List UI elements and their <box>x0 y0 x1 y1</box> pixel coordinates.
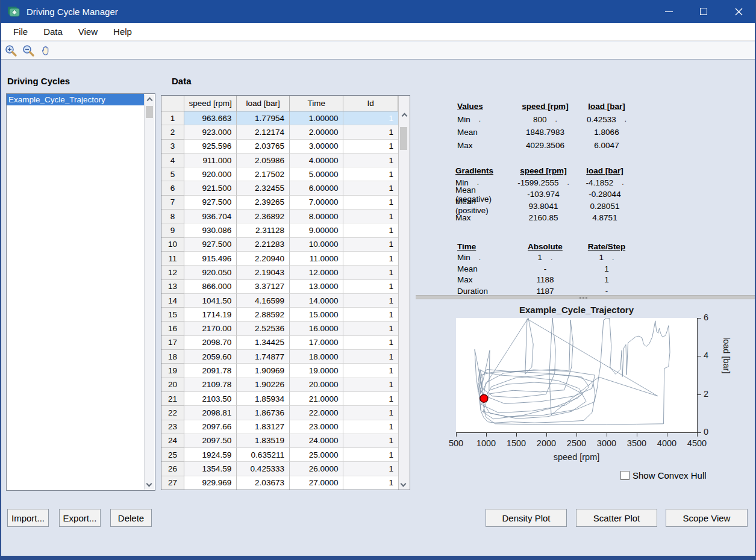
table-cell[interactable]: 963.663 <box>184 111 237 125</box>
table-cell[interactable]: 3.00000 <box>290 140 344 154</box>
table-cell[interactable]: 925.596 <box>184 140 237 154</box>
table-cell[interactable]: 1 <box>343 167 398 181</box>
table-row[interactable]: 192091.781.9096919.00001 <box>161 364 398 378</box>
column-header[interactable]: Id <box>343 96 398 111</box>
table-cell[interactable]: 15.0000 <box>290 308 344 322</box>
table-row[interactable]: 3925.5962.037653.000001 <box>161 140 398 154</box>
data-table[interactable]: speed [rpm]load [bar]TimeId1963.6631.779… <box>161 95 410 490</box>
table-cell[interactable]: 16.0000 <box>290 322 344 335</box>
table-cell[interactable]: 1 <box>343 252 398 266</box>
table-cell[interactable]: 1 <box>343 462 398 476</box>
table-row[interactable]: 151714.192.8859215.00001 <box>161 308 398 322</box>
table-row[interactable]: 12920.0502.1904312.00001 <box>161 266 398 279</box>
table-cell[interactable]: 2.32455 <box>237 181 290 195</box>
table-cell[interactable]: 18.0000 <box>290 350 344 364</box>
table-cell[interactable]: 25.0000 <box>290 448 344 462</box>
table-row[interactable]: 8936.7042.368928.000001 <box>161 210 398 223</box>
table-cell[interactable]: 1 <box>343 140 398 154</box>
table-cell[interactable]: 1.77954 <box>237 111 290 125</box>
table-cell[interactable]: 0.425333 <box>237 462 290 476</box>
zoom-in-icon[interactable] <box>3 43 19 58</box>
table-cell[interactable]: 20.0000 <box>290 378 344 392</box>
table-cell[interactable]: 1.34425 <box>237 336 290 350</box>
table-cell[interactable]: 1 <box>343 434 398 448</box>
table-cell[interactable]: 23.0000 <box>290 420 344 434</box>
table-cell[interactable]: 2.88592 <box>237 308 290 322</box>
scroll-up-icon[interactable] <box>401 113 407 119</box>
scroll-down-icon[interactable] <box>401 481 407 487</box>
table-cell[interactable]: 2170.00 <box>184 322 237 335</box>
scrollbar-thumb[interactable] <box>146 106 153 118</box>
table-cell[interactable]: 2091.78 <box>184 364 237 378</box>
table-cell[interactable]: 13.0000 <box>290 280 344 294</box>
table-row[interactable]: 162170.002.5253616.00001 <box>161 322 398 335</box>
table-cell[interactable]: 1 <box>343 125 398 139</box>
table-cell[interactable]: 2.12174 <box>237 125 290 139</box>
trajectory-plot[interactable] <box>456 318 697 432</box>
listbox-scrollbar[interactable] <box>144 95 154 490</box>
table-cell[interactable]: 14.0000 <box>290 294 344 308</box>
table-cell[interactable]: 1 <box>343 476 398 490</box>
table-cell[interactable]: 27.0000 <box>290 476 344 490</box>
table-cell[interactable]: 1.00000 <box>290 111 344 125</box>
horizontal-splitter[interactable] <box>416 295 755 299</box>
table-cell[interactable]: 1 <box>343 364 398 378</box>
delete-button[interactable]: Delete <box>110 509 152 527</box>
table-cell[interactable]: 1.83127 <box>237 420 290 434</box>
import-button[interactable]: Import... <box>7 509 49 527</box>
table-cell[interactable]: 927.500 <box>184 196 237 210</box>
table-cell[interactable]: 1 <box>343 196 398 210</box>
table-cell[interactable]: 4.00000 <box>290 154 344 167</box>
table-row[interactable]: 4911.0002.059864.000001 <box>161 154 398 167</box>
table-cell[interactable]: 2.31128 <box>237 223 290 237</box>
table-cell[interactable]: 2103.50 <box>184 392 237 406</box>
menu-item-view[interactable]: View <box>71 24 105 39</box>
table-cell[interactable]: 2.39265 <box>237 196 290 210</box>
table-row[interactable]: 13866.0003.3712713.00001 <box>161 280 398 294</box>
table-cell[interactable]: 8.00000 <box>290 210 344 223</box>
table-cell[interactable]: 5.00000 <box>290 167 344 181</box>
table-row[interactable]: 10927.5002.2128310.00001 <box>161 238 398 252</box>
table-cell[interactable]: 1 <box>343 181 398 195</box>
table-row[interactable]: 222098.811.8673622.00001 <box>161 406 398 420</box>
close-button[interactable] <box>721 0 756 23</box>
table-cell[interactable]: 1 <box>343 406 398 420</box>
table-cell[interactable]: 2.03765 <box>237 140 290 154</box>
table-cell[interactable]: 2.00000 <box>290 125 344 139</box>
table-cell[interactable]: 1 <box>343 308 398 322</box>
table-cell[interactable]: 2.19043 <box>237 266 290 279</box>
table-row[interactable]: 7927.5002.392657.000001 <box>161 196 398 210</box>
maximize-button[interactable] <box>686 0 721 23</box>
table-cell[interactable]: 10.0000 <box>290 238 344 252</box>
table-row[interactable]: 251924.590.63521125.00001 <box>161 448 398 462</box>
table-cell[interactable]: 2.21283 <box>237 238 290 252</box>
menu-item-data[interactable]: Data <box>36 24 70 39</box>
table-cell[interactable]: 11.0000 <box>290 252 344 266</box>
table-row[interactable]: 212103.501.8593421.00001 <box>161 392 398 406</box>
table-row[interactable]: 6921.5002.324556.000001 <box>161 181 398 195</box>
table-cell[interactable]: 2.17502 <box>237 167 290 181</box>
column-header[interactable]: speed [rpm] <box>184 96 237 111</box>
table-cell[interactable]: 1 <box>343 223 398 237</box>
pan-hand-icon[interactable] <box>38 43 54 58</box>
table-cell[interactable]: 1924.59 <box>184 448 237 462</box>
table-cell[interactable]: 1 <box>343 420 398 434</box>
table-cell[interactable]: 1041.50 <box>184 294 237 308</box>
export-button[interactable]: Export... <box>59 509 101 527</box>
table-cell[interactable]: 930.086 <box>184 223 237 237</box>
table-cell[interactable]: 2.03673 <box>237 476 290 490</box>
table-cell[interactable]: 9.00000 <box>290 223 344 237</box>
density-plot-button[interactable]: Density Plot <box>486 509 567 527</box>
table-cell[interactable]: 2098.70 <box>184 336 237 350</box>
table-row[interactable]: 27929.9692.0367327.00001 <box>161 476 398 490</box>
table-cell[interactable]: 1 <box>343 448 398 462</box>
table-cell[interactable]: 19.0000 <box>290 364 344 378</box>
table-cell[interactable]: 1.90969 <box>237 364 290 378</box>
column-header[interactable]: load [bar] <box>237 96 290 111</box>
table-cell[interactable]: 2098.81 <box>184 406 237 420</box>
table-cell[interactable]: 2109.78 <box>184 378 237 392</box>
table-cell[interactable]: 2097.50 <box>184 434 237 448</box>
menu-item-help[interactable]: Help <box>106 24 139 39</box>
table-cell[interactable]: 26.0000 <box>290 462 344 476</box>
table-row[interactable]: 11915.4962.2094011.00001 <box>161 252 398 266</box>
